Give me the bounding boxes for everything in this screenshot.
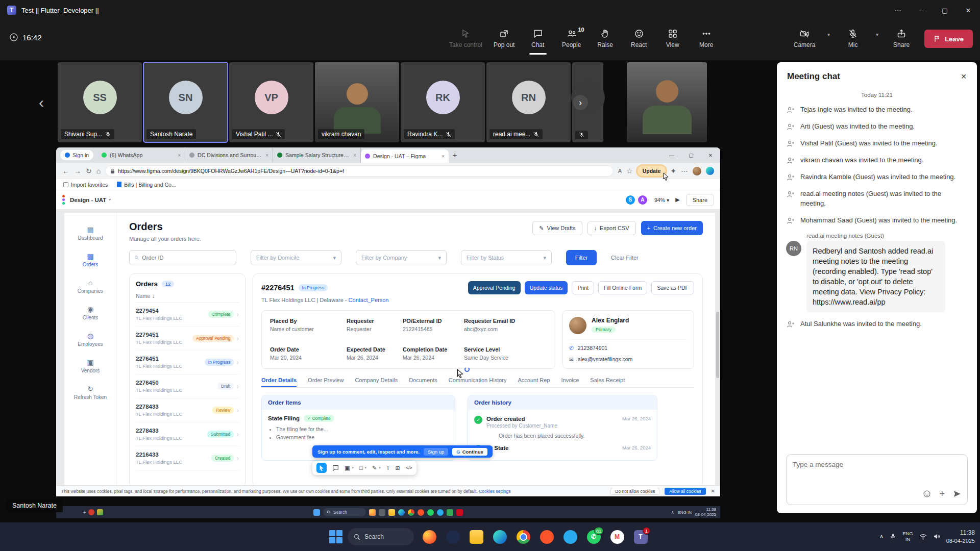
- participant-tile[interactable]: RK Ravindra K...: [401, 62, 485, 142]
- browser-maximize-button[interactable]: ▢: [681, 153, 701, 158]
- canvas-scrollbar[interactable]: [716, 312, 719, 378]
- taskbar-app-icon[interactable]: [489, 527, 510, 547]
- home-icon[interactable]: ⌂: [96, 167, 101, 175]
- camera-button[interactable]: Camera: [789, 24, 820, 52]
- react-button[interactable]: React: [623, 24, 655, 52]
- browser-close-button[interactable]: ✕: [701, 153, 720, 158]
- detail-tab[interactable]: Sales Receipt: [590, 377, 625, 387]
- pop-out-button[interactable]: Pop out: [488, 24, 520, 52]
- move-tool-icon[interactable]: [316, 463, 327, 473]
- detail-tab[interactable]: Company Details: [355, 377, 398, 387]
- order-list-row[interactable]: 2276450 TL Flex Holdings LLC Draft ›: [136, 374, 239, 398]
- allow-cookies-button[interactable]: Allow all cookies: [665, 488, 705, 495]
- sidebar-item[interactable]: ▦ Dashboard: [78, 226, 103, 241]
- detail-tab[interactable]: Invoice: [561, 377, 579, 387]
- order-list-row[interactable]: 2278433 TL Flex Holdings LLC Review ›: [136, 398, 239, 422]
- dev-mode-icon[interactable]: </>: [406, 465, 412, 470]
- taskbar-app-icon[interactable]: [560, 527, 580, 547]
- taskbar-app-icon[interactable]: ✆ 81: [583, 527, 604, 547]
- taskbar-app-icon[interactable]: M: [607, 527, 627, 547]
- signup-button[interactable]: Sign up: [424, 448, 448, 456]
- order-list-row[interactable]: 2216433 TL Flex Holdings LLC Created ›: [136, 446, 239, 470]
- tray-chevron-icon[interactable]: ∧: [879, 533, 884, 540]
- filter-apply-button[interactable]: Filter: [566, 250, 597, 265]
- browser-tab[interactable]: (6) WhatsApp ×: [97, 147, 185, 163]
- browser-profile-avatar[interactable]: [693, 167, 701, 176]
- back-icon[interactable]: ←: [62, 167, 69, 175]
- view-drafts-button[interactable]: ✎ View Drafts: [532, 221, 582, 235]
- chat-input-box[interactable]: +: [786, 454, 968, 505]
- leave-button[interactable]: Leave: [924, 30, 973, 48]
- fill-online-form-button[interactable]: Fill Online Form: [598, 281, 647, 294]
- order-list-row[interactable]: 2276451 TL Flex Holdings LLC In Progress…: [136, 350, 239, 374]
- participant-tile[interactable]: SS Shivani Sup...: [58, 62, 142, 142]
- participant-tile[interactable]: VP Vishal Patil ...: [229, 62, 313, 142]
- tab-close-icon[interactable]: ×: [178, 153, 181, 158]
- filter-status-select[interactable]: Filter by Status▾: [461, 250, 552, 265]
- tab-close-icon[interactable]: ×: [442, 154, 445, 159]
- filter-clear-button[interactable]: Clear Filter: [611, 255, 639, 261]
- tab-close-icon[interactable]: ×: [353, 153, 356, 158]
- refresh-icon[interactable]: ↻: [86, 167, 92, 175]
- order-list-row[interactable]: 2278433 TL Flex Holdings LLC Submitted ›: [136, 422, 239, 446]
- bookmark-star-icon[interactable]: ☆: [626, 167, 633, 175]
- collaborator-avatar[interactable]: S: [625, 194, 636, 206]
- contact-email[interactable]: ✉ alex@vstatefilings.com: [569, 356, 688, 362]
- wifi-icon[interactable]: [919, 534, 927, 540]
- browser-tab[interactable]: Sample Salary Structure with cal... ×: [273, 147, 361, 163]
- titlebar-more-icon[interactable]: ⋯: [886, 0, 910, 20]
- new-tab-button[interactable]: +: [453, 151, 457, 159]
- google-continue-button[interactable]: G Continue: [452, 448, 487, 456]
- browser-essentials-icon[interactable]: [706, 167, 714, 175]
- collaborator-avatar[interactable]: A: [637, 194, 648, 206]
- spotlight-participant-tile[interactable]: [627, 62, 707, 142]
- export-csv-button[interactable]: ↓ Export CSV: [587, 221, 636, 235]
- comment-tool-icon[interactable]: [332, 465, 339, 471]
- attach-icon[interactable]: +: [939, 489, 945, 498]
- browser-tab[interactable]: DC Divisions and Surroundings ×: [185, 147, 273, 163]
- volume-icon[interactable]: [933, 533, 940, 540]
- taskbar-clock[interactable]: 11:38 08-04-2025: [946, 529, 975, 544]
- sidebar-item[interactable]: ◍ Employees: [78, 332, 103, 347]
- start-button-icon[interactable]: [329, 530, 342, 543]
- participant-tile[interactable]: SN Santosh Narate: [143, 62, 228, 142]
- cookie-close-icon[interactable]: ✕: [711, 488, 715, 494]
- taskbar-app-icon[interactable]: [419, 527, 439, 547]
- taskbar-app-icon[interactable]: [443, 527, 463, 547]
- text-tool-icon[interactable]: T: [386, 465, 390, 471]
- favorite-import[interactable]: Import favorites: [63, 182, 108, 188]
- sidebar-item[interactable]: ◉ Clients: [83, 306, 99, 320]
- filter-domicile-select[interactable]: Filter by Domicile▾: [251, 250, 341, 265]
- extensions-icon[interactable]: ✦: [670, 167, 676, 175]
- order-list-row[interactable]: 2279454 TL Flex Holdings LLC Complete ›: [136, 303, 239, 327]
- people-button[interactable]: 10 People: [556, 24, 587, 52]
- emoji-icon[interactable]: [923, 490, 931, 498]
- taskbar-app-icon[interactable]: [466, 527, 486, 547]
- cookie-settings-link[interactable]: Cookies settings: [479, 489, 510, 494]
- participant-tile[interactable]: RN read.ai mee...: [486, 62, 571, 142]
- figma-logo-icon[interactable]: [62, 195, 65, 205]
- browser-menu-icon[interactable]: ⋯: [681, 167, 688, 175]
- order-list-row[interactable]: 2279451 TL Flex Holdings LLC Approval Pe…: [136, 327, 239, 350]
- sidebar-item[interactable]: ↻ Refresh Token: [74, 385, 107, 400]
- sidebar-item[interactable]: ▤ Orders: [83, 253, 99, 267]
- chat-message-input[interactable]: [793, 461, 961, 468]
- close-button[interactable]: ✕: [957, 0, 980, 20]
- order-id-input[interactable]: [142, 255, 231, 261]
- mic-button[interactable]: Mic: [837, 24, 869, 52]
- frame-tool-icon[interactable]: ▣: [345, 465, 350, 471]
- send-icon[interactable]: [953, 490, 961, 498]
- create-new-order-button[interactable]: + Create new order: [641, 221, 703, 235]
- resources-tool-icon[interactable]: ⊞: [396, 465, 400, 471]
- read-aloud-icon[interactable]: A: [618, 168, 622, 174]
- taskbar-app-icon[interactable]: [513, 527, 533, 547]
- pen-tool-icon[interactable]: ✎: [372, 465, 377, 471]
- minimize-button[interactable]: –: [910, 0, 933, 20]
- participants-scroll-right[interactable]: ›: [573, 95, 588, 110]
- detail-tab[interactable]: Order Details: [261, 377, 297, 387]
- share-button[interactable]: Share: [886, 24, 917, 52]
- detail-tab[interactable]: Documents: [409, 377, 437, 387]
- camera-dropdown-icon[interactable]: ▾: [827, 32, 830, 37]
- more-button[interactable]: More: [691, 24, 722, 52]
- maximize-button[interactable]: ▢: [933, 0, 957, 20]
